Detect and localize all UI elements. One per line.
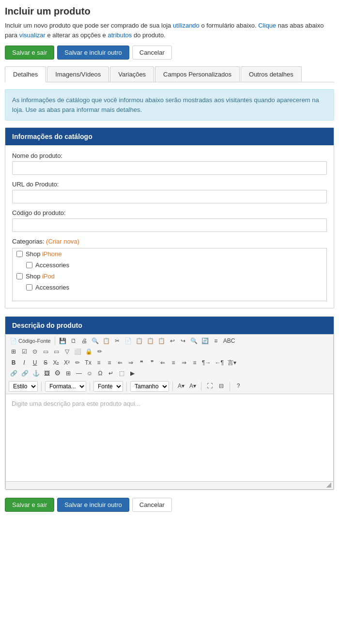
tb-templates-btn[interactable]: 📋	[101, 337, 111, 345]
categories-list[interactable]: Shop iPhone Accessories Shop iPod Access…	[12, 248, 327, 301]
tb-underline-btn[interactable]: U	[30, 358, 40, 367]
bottom-save-exit-button[interactable]: Salvar e sair	[5, 498, 54, 512]
tb-image-btn[interactable]: 🖼	[42, 369, 52, 378]
tb-outdent-btn[interactable]: ⇐	[115, 358, 125, 367]
category-shop-iphone[interactable]: Shop iPhone	[13, 248, 326, 260]
tb-paste-btn[interactable]: 📋	[134, 337, 144, 345]
tb-find-btn[interactable]: 🔍	[189, 337, 199, 345]
tb-undo-btn[interactable]: ↩	[168, 337, 177, 345]
tab-imagens[interactable]: Imagens/Vídeos	[47, 66, 109, 82]
category-label: Accessories	[35, 284, 69, 291]
tb-color-btn[interactable]: ✏	[73, 358, 82, 367]
tb-paste-word-btn[interactable]: 📋	[156, 337, 167, 345]
bottom-save-add-button[interactable]: Salvar e incluir outro	[57, 498, 129, 512]
create-new-category-link[interactable]: (Criar nova)	[46, 238, 79, 245]
tab-outros[interactable]: Outros detalhes	[241, 66, 302, 82]
save-add-button[interactable]: Salvar e incluir outro	[57, 46, 129, 60]
tb-replace-btn[interactable]: 🔄	[200, 337, 210, 345]
checkbox-shop-ipod[interactable]	[16, 273, 23, 279]
format-select[interactable]: Formata...	[45, 381, 86, 392]
product-code-input[interactable]	[12, 218, 327, 232]
tb-paste-text-btn[interactable]: 📋	[145, 337, 155, 345]
tb-selectall-btn[interactable]: ≡	[211, 337, 221, 345]
editor-content[interactable]: Digite uma descrição para este produto a…	[6, 394, 333, 481]
tb-fontcolor-btn[interactable]: A▾	[176, 382, 186, 390]
tb-strike-btn[interactable]: S	[41, 358, 50, 367]
save-exit-button[interactable]: Salvar e sair	[5, 46, 54, 60]
cancel-button[interactable]: Cancelar	[132, 46, 172, 60]
tb-alignright-btn[interactable]: ⇒	[179, 358, 189, 367]
checkbox-accessories-2[interactable]	[26, 284, 32, 291]
tb-language-btn[interactable]: 言▾	[226, 358, 238, 367]
tb-showblocks-btn[interactable]: ⊟	[216, 382, 226, 390]
tb-flash-btn[interactable]: ⭙	[53, 369, 62, 378]
tb-ul-btn[interactable]: ≡	[105, 358, 114, 367]
tb-special-btn[interactable]: Ω	[95, 369, 105, 378]
tb-link-btn[interactable]: 🔗	[9, 369, 19, 378]
tb-hidden-btn[interactable]: 🔒	[84, 347, 94, 356]
product-name-input[interactable]	[12, 161, 327, 175]
font-select[interactable]: Fonte	[93, 381, 123, 392]
tb-indent-btn[interactable]: ⇒	[126, 358, 136, 367]
tb-textfield-btn[interactable]: ▭	[41, 347, 50, 356]
tb-hrule-btn[interactable]: —	[74, 369, 84, 378]
tb-ltr-btn[interactable]: ¶→	[200, 358, 212, 367]
tb-ol-btn[interactable]: ≡	[94, 358, 104, 367]
checkbox-accessories-1[interactable]	[26, 262, 32, 268]
tb-smiley-btn[interactable]: ☺	[85, 369, 94, 378]
category-accessories-2[interactable]: Accessories	[13, 282, 326, 293]
tb-redo-btn[interactable]: ↪	[178, 337, 188, 345]
tab-variacoes[interactable]: Variações	[110, 66, 154, 82]
tb-subscript-btn[interactable]: X₂	[51, 358, 61, 367]
tb-copy-btn[interactable]: 📄	[123, 337, 133, 345]
category-accessories-1[interactable]: Accessories	[13, 260, 326, 271]
tb-superscript-btn[interactable]: X²	[62, 358, 72, 367]
tb-imagebutton-btn[interactable]: ✏	[95, 347, 105, 356]
tb-preview-btn[interactable]: 🔍	[90, 337, 100, 345]
style-select[interactable]: Estilo	[9, 381, 38, 392]
tb-button-btn[interactable]: ⬜	[73, 347, 83, 356]
tb-anchor-btn[interactable]: ⚓	[31, 369, 41, 378]
tb-alignleft-btn[interactable]: ⇐	[158, 358, 168, 367]
tb-help-btn[interactable]: ?	[233, 382, 243, 390]
tb-radio-btn[interactable]: ⊙	[30, 347, 40, 356]
tb-italic-btn[interactable]: I	[19, 358, 29, 367]
bottom-cancel-button[interactable]: Cancelar	[132, 498, 172, 512]
tb-aligncenter-btn[interactable]: ≡	[169, 358, 178, 367]
tb-bgcolor-btn[interactable]: A▾	[188, 382, 198, 390]
tb-checkbox-btn[interactable]: ☑	[19, 347, 29, 356]
size-select[interactable]: Tamanho	[130, 381, 169, 392]
tb-rtl-btn[interactable]: ←¶	[213, 358, 225, 367]
tb-maximize-btn[interactable]: ⛶	[205, 382, 215, 390]
tb-table-btn[interactable]: ⊞	[9, 347, 18, 356]
tb-removeformat-btn[interactable]: Tx	[83, 358, 93, 367]
category-shop-ipod[interactable]: Shop iPod	[13, 271, 326, 282]
tb-newpage-btn[interactable]: 🗋	[69, 337, 78, 345]
editor-resize-handle[interactable]	[326, 483, 331, 488]
tab-detalhes[interactable]: Detalhes	[5, 66, 46, 82]
tb-source-btn[interactable]: 📄 Código-Fonte	[9, 337, 52, 345]
category-label: Accessories	[35, 261, 69, 269]
tb-table2-btn[interactable]: ⊞	[63, 369, 73, 378]
tab-campos[interactable]: Campos Personalizados	[155, 66, 240, 82]
product-name-label: Nome do produto:	[12, 152, 327, 159]
tb-unlink-btn[interactable]: 🔗	[20, 369, 30, 378]
tb-pagebreak-btn[interactable]: ↵	[106, 369, 116, 378]
catalog-section-title: Informações do catálogo	[5, 128, 334, 145]
tb-textarea-btn[interactable]: ▭	[51, 347, 61, 356]
category-label: Shop iPhone	[26, 250, 62, 258]
tb-blockquote-btn[interactable]: ❝	[137, 358, 146, 367]
tb-cut-btn[interactable]: ✂	[112, 337, 122, 345]
editor-statusbar	[6, 481, 333, 489]
tb-print-btn[interactable]: 🖨	[79, 337, 89, 345]
tb-spellcheck-btn[interactable]: ABC	[222, 337, 237, 345]
tb-select-btn[interactable]: ▽	[62, 347, 72, 356]
tb-alignjustify-btn[interactable]: ≡	[190, 358, 200, 367]
tb-bold-btn[interactable]: B	[9, 358, 18, 367]
tb-save-btn[interactable]: 💾	[58, 337, 68, 345]
tb-media-btn[interactable]: ▶	[127, 369, 137, 378]
tb-iframe-btn[interactable]: ⬚	[117, 369, 126, 378]
checkbox-shop-iphone[interactable]	[16, 251, 23, 257]
product-url-input[interactable]	[12, 190, 327, 203]
tb-createblock-btn[interactable]: ❞	[147, 358, 157, 367]
